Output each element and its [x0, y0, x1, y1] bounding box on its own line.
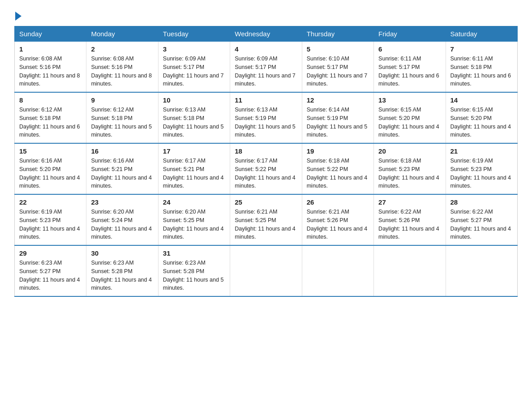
table-row: 21 Sunrise: 6:19 AM Sunset: 5:23 PM Dayl…	[446, 143, 517, 194]
col-sunday: Sunday	[15, 26, 86, 42]
day-number: 21	[450, 147, 513, 155]
day-number: 1	[19, 45, 82, 53]
table-row: 1 Sunrise: 6:08 AM Sunset: 5:16 PM Dayli…	[15, 42, 86, 93]
day-info: Sunrise: 6:15 AM Sunset: 5:20 PM Dayligh…	[450, 106, 513, 139]
day-info: Sunrise: 6:18 AM Sunset: 5:23 PM Dayligh…	[378, 157, 441, 190]
sunset-text: Sunset: 5:19 PM	[235, 114, 297, 123]
sunset-text: Sunset: 5:17 PM	[307, 63, 369, 72]
table-row: 6 Sunrise: 6:11 AM Sunset: 5:17 PM Dayli…	[374, 42, 446, 93]
daylight-text: Daylight: 11 hours and 6 minutes.	[19, 123, 82, 140]
day-number: 3	[163, 45, 225, 53]
day-info: Sunrise: 6:08 AM Sunset: 5:16 PM Dayligh…	[91, 55, 153, 88]
sunset-text: Sunset: 5:23 PM	[450, 165, 513, 174]
day-number: 17	[163, 147, 225, 155]
day-number: 2	[91, 45, 153, 53]
daylight-text: Daylight: 11 hours and 4 minutes.	[450, 123, 513, 140]
daylight-text: Daylight: 11 hours and 6 minutes.	[450, 72, 513, 89]
daylight-text: Daylight: 11 hours and 4 minutes.	[163, 174, 225, 191]
table-row: 2 Sunrise: 6:08 AM Sunset: 5:16 PM Dayli…	[86, 42, 158, 93]
sunrise-text: Sunrise: 6:23 AM	[91, 259, 153, 267]
sunrise-text: Sunrise: 6:19 AM	[450, 157, 513, 165]
day-info: Sunrise: 6:14 AM Sunset: 5:19 PM Dayligh…	[307, 106, 369, 139]
table-row: 31 Sunrise: 6:23 AM Sunset: 5:28 PM Dayl…	[158, 245, 230, 296]
day-info: Sunrise: 6:18 AM Sunset: 5:22 PM Dayligh…	[307, 157, 369, 190]
sunrise-text: Sunrise: 6:09 AM	[163, 55, 225, 63]
day-info: Sunrise: 6:11 AM Sunset: 5:18 PM Dayligh…	[450, 55, 513, 88]
day-info: Sunrise: 6:15 AM Sunset: 5:20 PM Dayligh…	[378, 106, 441, 139]
table-row: 14 Sunrise: 6:15 AM Sunset: 5:20 PM Dayl…	[446, 92, 517, 143]
day-number: 28	[450, 198, 513, 206]
day-number: 14	[450, 96, 513, 104]
day-info: Sunrise: 6:09 AM Sunset: 5:17 PM Dayligh…	[163, 55, 225, 88]
sunrise-text: Sunrise: 6:20 AM	[91, 208, 153, 216]
sunset-text: Sunset: 5:20 PM	[19, 165, 82, 174]
day-info: Sunrise: 6:17 AM Sunset: 5:22 PM Dayligh…	[235, 157, 297, 190]
daylight-text: Daylight: 11 hours and 4 minutes.	[378, 174, 441, 191]
table-row: 8 Sunrise: 6:12 AM Sunset: 5:18 PM Dayli…	[15, 92, 86, 143]
day-number: 12	[307, 96, 369, 104]
table-row: 5 Sunrise: 6:10 AM Sunset: 5:17 PM Dayli…	[302, 42, 373, 93]
sunset-text: Sunset: 5:22 PM	[235, 165, 297, 174]
sunset-text: Sunset: 5:17 PM	[235, 63, 297, 72]
sunrise-text: Sunrise: 6:13 AM	[163, 106, 225, 114]
sunrise-text: Sunrise: 6:12 AM	[91, 106, 153, 114]
day-info: Sunrise: 6:21 AM Sunset: 5:26 PM Dayligh…	[307, 208, 369, 241]
table-row: 29 Sunrise: 6:23 AM Sunset: 5:27 PM Dayl…	[15, 245, 86, 296]
sunrise-text: Sunrise: 6:18 AM	[378, 157, 441, 165]
daylight-text: Daylight: 11 hours and 4 minutes.	[91, 276, 153, 293]
day-number: 19	[307, 147, 369, 155]
day-number: 24	[163, 198, 225, 206]
daylight-text: Daylight: 11 hours and 4 minutes.	[235, 225, 297, 242]
col-tuesday: Tuesday	[158, 26, 230, 42]
day-number: 10	[163, 96, 225, 104]
calendar-week-row: 1 Sunrise: 6:08 AM Sunset: 5:16 PM Dayli…	[15, 42, 518, 93]
day-info: Sunrise: 6:21 AM Sunset: 5:25 PM Dayligh…	[235, 208, 297, 241]
sunrise-text: Sunrise: 6:23 AM	[19, 259, 82, 267]
sunrise-text: Sunrise: 6:20 AM	[163, 208, 225, 216]
day-info: Sunrise: 6:11 AM Sunset: 5:17 PM Dayligh…	[378, 55, 441, 88]
sunrise-text: Sunrise: 6:09 AM	[235, 55, 297, 63]
col-saturday: Saturday	[446, 26, 517, 42]
sunrise-text: Sunrise: 6:22 AM	[378, 208, 441, 216]
sunrise-text: Sunrise: 6:14 AM	[307, 106, 369, 114]
daylight-text: Daylight: 11 hours and 4 minutes.	[19, 225, 82, 242]
sunset-text: Sunset: 5:21 PM	[91, 165, 153, 174]
table-row: 12 Sunrise: 6:14 AM Sunset: 5:19 PM Dayl…	[302, 92, 373, 143]
table-row: 26 Sunrise: 6:21 AM Sunset: 5:26 PM Dayl…	[302, 194, 373, 245]
table-row: 4 Sunrise: 6:09 AM Sunset: 5:17 PM Dayli…	[230, 42, 302, 93]
table-row: 11 Sunrise: 6:13 AM Sunset: 5:19 PM Dayl…	[230, 92, 302, 143]
table-row: 10 Sunrise: 6:13 AM Sunset: 5:18 PM Dayl…	[158, 92, 230, 143]
day-info: Sunrise: 6:08 AM Sunset: 5:16 PM Dayligh…	[19, 55, 82, 88]
table-row: 24 Sunrise: 6:20 AM Sunset: 5:25 PM Dayl…	[158, 194, 230, 245]
daylight-text: Daylight: 11 hours and 8 minutes.	[19, 72, 82, 89]
day-number: 9	[91, 96, 153, 104]
day-info: Sunrise: 6:20 AM Sunset: 5:24 PM Dayligh…	[91, 208, 153, 241]
sunset-text: Sunset: 5:25 PM	[235, 216, 297, 225]
sunrise-text: Sunrise: 6:19 AM	[19, 208, 82, 216]
sunrise-text: Sunrise: 6:18 AM	[307, 157, 369, 165]
day-info: Sunrise: 6:22 AM Sunset: 5:27 PM Dayligh…	[450, 208, 513, 241]
calendar-week-row: 8 Sunrise: 6:12 AM Sunset: 5:18 PM Dayli…	[15, 92, 518, 143]
table-row: 16 Sunrise: 6:16 AM Sunset: 5:21 PM Dayl…	[86, 143, 158, 194]
table-row: 19 Sunrise: 6:18 AM Sunset: 5:22 PM Dayl…	[302, 143, 373, 194]
table-row: 9 Sunrise: 6:12 AM Sunset: 5:18 PM Dayli…	[86, 92, 158, 143]
day-number: 11	[235, 96, 297, 104]
table-row: 15 Sunrise: 6:16 AM Sunset: 5:20 PM Dayl…	[15, 143, 86, 194]
table-row: 22 Sunrise: 6:19 AM Sunset: 5:23 PM Dayl…	[15, 194, 86, 245]
daylight-text: Daylight: 11 hours and 5 minutes.	[163, 123, 225, 140]
day-number: 25	[235, 198, 297, 206]
daylight-text: Daylight: 11 hours and 4 minutes.	[307, 174, 369, 191]
sunset-text: Sunset: 5:26 PM	[307, 216, 369, 225]
day-number: 6	[378, 45, 441, 53]
day-info: Sunrise: 6:23 AM Sunset: 5:28 PM Dayligh…	[163, 259, 225, 292]
day-number: 26	[307, 198, 369, 206]
day-number: 30	[91, 249, 153, 257]
day-number: 22	[19, 198, 82, 206]
daylight-text: Daylight: 11 hours and 4 minutes.	[378, 123, 441, 140]
logo-triangle-icon	[15, 12, 21, 21]
daylight-text: Daylight: 11 hours and 4 minutes.	[163, 225, 225, 242]
table-row: 13 Sunrise: 6:15 AM Sunset: 5:20 PM Dayl…	[374, 92, 446, 143]
day-number: 18	[235, 147, 297, 155]
col-thursday: Thursday	[302, 26, 373, 42]
sunset-text: Sunset: 5:23 PM	[378, 165, 441, 174]
